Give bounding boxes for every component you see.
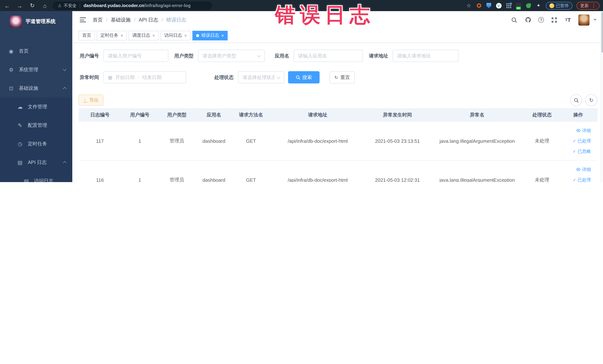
- sidebar-item-infra[interactable]: ⊡ 基础设施: [0, 79, 72, 97]
- mark-ignored-link[interactable]: ✓已忽略: [559, 146, 596, 156]
- forward-icon[interactable]: →: [16, 2, 23, 9]
- breadcrumb-home[interactable]: 首页: [93, 16, 103, 23]
- exception-time-range-picker[interactable]: ▦ 开始日期 - 结束日期: [104, 71, 186, 83]
- user-avatar[interactable]: [578, 14, 590, 25]
- table-row: 117 1 管理员 dashboard GET /api/infra/db-do…: [79, 121, 598, 160]
- extension-grid-icon[interactable]: [506, 3, 511, 9]
- export-button[interactable]: 导出: [79, 94, 104, 106]
- logo-row[interactable]: 芋道管理系统: [0, 11, 72, 32]
- table-row: 116 1 管理员 dashboard GET /api/infra/db-do…: [79, 160, 598, 182]
- scrollbar-thumb[interactable]: [601, 12, 603, 53]
- user-id-input[interactable]: 请输入用户编号: [104, 50, 168, 62]
- tag-schedule-log[interactable]: 调度日志×: [129, 31, 159, 40]
- table-header-row: 日志编号 用户编号 用户类型 应用名 请求方法名 请求地址 异常发生时间 异常名…: [79, 108, 598, 121]
- extension-shield-icon[interactable]: [486, 3, 492, 9]
- table-tools: ↻: [570, 94, 597, 106]
- fullscreen-icon[interactable]: [551, 16, 557, 23]
- home-icon[interactable]: ⌂: [42, 2, 48, 9]
- timer-icon: ◷: [17, 141, 23, 147]
- sidebar-item-access-log[interactable]: ▤ 访问日志: [0, 172, 72, 182]
- tags-view-bar: 首页 定时任务× 调度日志× 访问日志× 错误日志×: [72, 29, 603, 43]
- user-type-label: 用户类型: [173, 52, 198, 59]
- col-request-url: 请求地址: [269, 108, 366, 121]
- sidebar-menu: ◉ 首页 ⚙ 系统管理 ⊡ 基础设施 ☁ 文件管理: [0, 32, 72, 182]
- url-host: dashboard.yudao.iocoder.cn: [84, 3, 144, 8]
- request-url-input[interactable]: 请输入请求地址: [393, 50, 459, 62]
- user-caret-down-icon[interactable]: [593, 19, 596, 21]
- extension-leaf-icon[interactable]: [525, 3, 532, 9]
- tag-home[interactable]: 首页: [79, 31, 95, 40]
- search-icon: [296, 75, 300, 80]
- back-icon[interactable]: ←: [4, 2, 10, 9]
- address-bar[interactable]: ⚠ 不安全 dashboard.yudao.iocoder.cn/infra/l…: [53, 1, 212, 10]
- sidebar-item-api-log[interactable]: ▤ API 日志: [0, 153, 72, 172]
- breadcrumb-current: 错误日志: [166, 16, 186, 23]
- filter-row-1: 用户编号 请输入用户编号 用户类型 请选择用户类型 应用名 请输入应用名 请求地…: [79, 50, 597, 62]
- process-status-select[interactable]: 请选择处理状态: [238, 71, 284, 83]
- col-exception-name: 异常名: [429, 108, 525, 121]
- paused-label: 已暂停: [556, 3, 569, 8]
- close-icon[interactable]: ×: [221, 33, 224, 38]
- breadcrumb-separator: /: [134, 17, 135, 23]
- extension-vue-icon[interactable]: V: [496, 3, 501, 8]
- close-icon[interactable]: ×: [120, 33, 123, 38]
- sidebar-item-system[interactable]: ⚙ 系统管理: [0, 60, 72, 79]
- error-log-table: 日志编号 用户编号 用户类型 应用名 请求方法名 请求地址 异常发生时间 异常名…: [79, 108, 598, 182]
- search-icon[interactable]: [511, 16, 518, 23]
- browser-menu-icon[interactable]: ⋮: [591, 3, 596, 8]
- sidebar: 芋道管理系统 ◉ 首页 ⚙ 系统管理 ⊡ 基础设施: [0, 11, 72, 182]
- chevron-up-icon: [63, 87, 67, 91]
- app-name-input[interactable]: 请输入应用名: [294, 50, 363, 62]
- sidebar-item-config-manage[interactable]: ✎ 配置管理: [0, 116, 72, 135]
- github-icon[interactable]: [525, 16, 531, 23]
- app-name-label: 应用名: [269, 52, 294, 59]
- tag-access-log[interactable]: 访问日志×: [161, 31, 191, 40]
- extensions-puzzle-icon[interactable]: ✦: [535, 3, 542, 9]
- check-icon: ✓: [573, 136, 576, 146]
- mark-processed-link[interactable]: ✓已处理: [559, 136, 596, 146]
- refresh-button[interactable]: ↻: [585, 94, 597, 106]
- edit-icon: ✎: [17, 122, 23, 128]
- active-dot-icon: [196, 34, 199, 37]
- calendar-icon: ▦: [108, 75, 113, 80]
- filter-row-2: 异常时间 ▦ 开始日期 - 结束日期 处理状态 请选择处理状态 搜索: [79, 71, 597, 83]
- refresh-icon: ↻: [334, 75, 338, 80]
- document-icon: ▤: [17, 159, 23, 165]
- url-divider: [80, 3, 80, 8]
- bookmark-star-icon[interactable]: ☆: [466, 3, 472, 9]
- col-user-type: 用户类型: [158, 108, 195, 121]
- user-id-label: 用户编号: [79, 52, 104, 59]
- monitor-icon: ⊡: [8, 85, 14, 91]
- chevron-down-icon: [277, 75, 280, 79]
- sidebar-collapse-icon[interactable]: [80, 17, 86, 22]
- tag-error-log[interactable]: 错误日志×: [192, 31, 228, 40]
- close-icon[interactable]: ×: [184, 33, 187, 38]
- close-icon[interactable]: ×: [152, 33, 155, 38]
- help-icon[interactable]: ?: [538, 17, 544, 23]
- user-type-select[interactable]: 请选择用户类型: [198, 50, 265, 62]
- search-button[interactable]: 搜索: [288, 71, 320, 83]
- reset-button[interactable]: ↻ 重置: [330, 71, 355, 83]
- breadcrumb-api-log[interactable]: API 日志: [139, 16, 158, 23]
- extension-on-badge-icon[interactable]: [515, 3, 522, 9]
- breadcrumb-separator: /: [106, 17, 107, 23]
- main-area: 首页 / 基础设施 / API 日志 / 错误日志 ?: [72, 11, 603, 182]
- breadcrumb-infra[interactable]: 基础设施: [111, 16, 131, 23]
- paused-chip[interactable]: 已暂停: [545, 2, 572, 10]
- page-scrollbar[interactable]: [601, 11, 603, 182]
- col-exception-time: 异常发生时间: [366, 108, 429, 121]
- mark-processed-link[interactable]: ✓已处理: [559, 175, 596, 182]
- toggle-search-button[interactable]: [570, 94, 582, 106]
- sidebar-item-scheduled-jobs[interactable]: ◷ 定时任务: [0, 135, 72, 153]
- detail-link[interactable]: 详细: [559, 164, 596, 175]
- sidebar-item-file-manage[interactable]: ☁ 文件管理: [0, 97, 72, 116]
- extension-orange-icon[interactable]: [476, 3, 482, 9]
- tag-scheduled-jobs[interactable]: 定时任务×: [97, 31, 127, 40]
- reload-icon[interactable]: ↻: [29, 2, 35, 9]
- detail-link[interactable]: 详细: [559, 125, 596, 136]
- browser-nav: ← → ↻ ⌂: [4, 2, 48, 9]
- update-chip[interactable]: 更新 ⋮: [577, 2, 600, 10]
- eye-icon: [576, 128, 580, 133]
- font-size-icon[interactable]: TT: [565, 16, 571, 23]
- sidebar-item-home[interactable]: ◉ 首页: [0, 42, 72, 60]
